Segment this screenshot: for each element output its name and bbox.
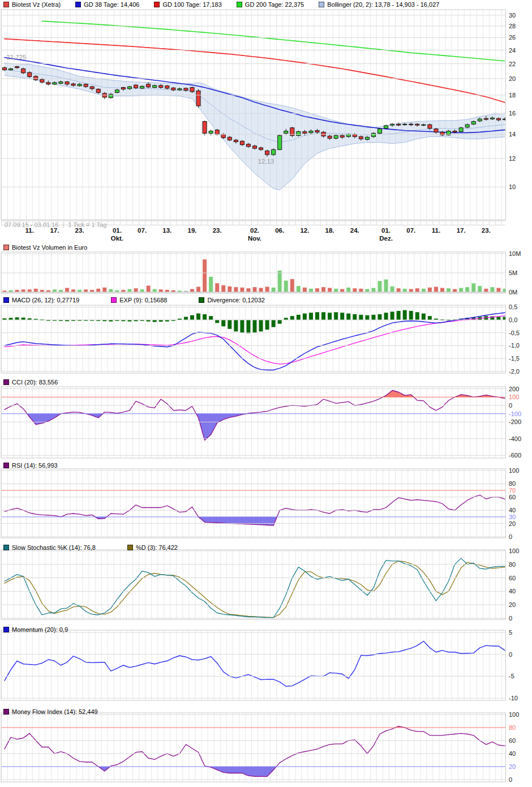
legend-swatch-icon: [3, 297, 9, 303]
y-tick-macd: -1,0: [509, 342, 520, 349]
y-tick-rsi: 0: [509, 533, 512, 540]
legend-label: %D (3): 76,422: [136, 544, 178, 551]
y-tick-price: 22: [509, 61, 516, 67]
legend-item-stoch-0: Slow Stochastic %K (14): 76,8: [3, 544, 96, 551]
x-tick-label: 18.: [325, 227, 334, 234]
y-tick-macd: -2,0: [509, 368, 520, 375]
y-tick-stoch: 20: [509, 601, 516, 608]
legend-swatch-icon: [237, 2, 242, 7]
y-tick-cci: 100: [509, 394, 519, 400]
x-axis-info: 07.09.15 - 03.01.16|1 Tick = 1 Tag: [5, 221, 106, 228]
legend-item-macd-0: MACD (26, 12): 0,27719: [3, 297, 79, 303]
legend-item-mfi-0: Money Flow Index (14): 52,449: [3, 708, 98, 715]
y-tick-cci: -600: [509, 452, 521, 459]
y-tick-macd: 0,5: [509, 303, 517, 310]
divider: |: [62, 221, 64, 228]
y-tick-macd: -0,5: [509, 330, 520, 336]
legend-label: EXP (9): 0,15688: [119, 297, 167, 303]
legend-momentum: Momentum (20): 0,9: [3, 626, 83, 634]
legend-item-cci-0: CCI (20): 83,556: [3, 379, 58, 386]
legend-label: Divergence: 0,12032: [207, 297, 265, 303]
y-tick-momentum: -10: [509, 695, 518, 702]
x-tick-label: 01.: [113, 227, 122, 234]
y-tick-cci: 0: [509, 402, 512, 409]
legend-swatch-icon: [319, 2, 324, 7]
y-tick-cci: -200: [509, 418, 521, 425]
y-tick-mfi: 60: [509, 737, 516, 744]
y-tick-macd: -1,5: [509, 355, 520, 362]
legend-label: Slow Stochastic %K (14): 76,8: [12, 544, 96, 551]
legend-swatch-icon: [127, 545, 133, 550]
y-tick-rsi: 60: [509, 494, 516, 501]
legend-swatch-icon: [3, 245, 9, 250]
legend-item-price-4: Bollinger (20, 2): 13,78 - 14,903 - 16,0…: [319, 1, 439, 8]
date-range-label: 07.09.15 - 03.01.16: [5, 221, 58, 228]
chart-application: 302826242220181614121021,72512,1310M5M0M…: [0, 0, 532, 787]
y-tick-price: 24: [509, 47, 516, 54]
legend-cci: CCI (20): 83,556: [3, 378, 72, 386]
legend-label: Biotest Vz Volumen in Euro: [12, 244, 87, 251]
y-tick-mfi: 80: [509, 724, 516, 731]
x-tick-label: 24.: [350, 227, 359, 234]
x-tick-label: 07.: [406, 227, 415, 234]
legend-rsi: RSI (14): 56,993: [3, 461, 72, 469]
y-tick-rsi: 40: [509, 507, 516, 514]
y-tick-volume: 5M: [509, 270, 517, 276]
legend-swatch-icon: [111, 297, 117, 303]
legend-swatch-icon: [3, 709, 9, 715]
legend-label: MACD (26, 12): 0,27719: [12, 297, 79, 303]
y-tick-volume: 10M: [509, 250, 521, 257]
y-tick-rsi: 30: [509, 514, 516, 520]
y-tick-macd: 0,0: [509, 316, 517, 323]
tick-resolution-label: 1 Tick = 1 Tag: [68, 221, 106, 228]
legend-label: CCI (20): 83,556: [12, 379, 58, 386]
y-tick-mfi: 100: [509, 711, 519, 718]
y-tick-price: 14: [509, 131, 516, 138]
x-tick-label: 13.: [162, 227, 171, 234]
legend-stochastic: Slow Stochastic %K (14): 76,8%D (3): 76,…: [3, 544, 209, 551]
y-tick-mfi: 40: [509, 750, 516, 757]
x-tick-label: 19.: [188, 227, 197, 234]
legend-label: Money Flow Index (14): 52,449: [12, 708, 98, 715]
legend-label: Bollinger (20, 2): 13,78 - 14,903 - 16,0…: [327, 1, 439, 8]
y-tick-price: 10: [509, 183, 516, 190]
x-tick-label: 23.: [213, 227, 222, 234]
legend-swatch-icon: [199, 297, 204, 303]
legend-swatch-icon: [154, 2, 160, 7]
legend-label: GD 38 Tage: 14,406: [84, 1, 139, 8]
y-tick-momentum: -5: [509, 673, 514, 679]
legend-macd: MACD (26, 12): 0,27719EXP (9): 0,15688Di…: [3, 296, 297, 304]
y-tick-cci: -100: [509, 410, 521, 417]
legend-volume: Biotest Vz Volumen in Euro: [3, 243, 102, 251]
y-tick-momentum: 5: [509, 629, 512, 636]
legend-item-price-3: GD 200 Tage: 22,375: [237, 1, 304, 8]
x-month-label: Okt.: [111, 235, 123, 242]
legend-label: GD 100 Tage: 17,183: [162, 1, 221, 8]
y-tick-stoch: 80: [509, 561, 516, 568]
legend-label: GD 200 Tage: 22,375: [245, 1, 304, 8]
legend-item-stoch-1: %D (3): 76,422: [127, 544, 178, 551]
y-tick-stoch: 60: [509, 575, 516, 581]
y-tick-price: 26: [509, 34, 516, 41]
legend-item-rsi-0: RSI (14): 56,993: [3, 462, 58, 469]
y-tick-rsi: 80: [509, 480, 516, 487]
y-tick-momentum: 0: [509, 651, 512, 658]
legend-money-flow-index: Money Flow Index (14): 52,449: [3, 708, 113, 716]
legend-swatch-icon: [3, 463, 9, 468]
y-tick-mfi: 0: [509, 776, 512, 783]
x-tick-label: 02.: [250, 227, 259, 234]
legend-label: Momentum (20): 0,9: [12, 626, 68, 633]
legend-item-price-0: Biotest Vz (Xetra): [3, 1, 61, 8]
x-tick-label: 11.: [432, 227, 440, 234]
x-tick-label: 07.: [138, 227, 147, 234]
y-tick-stoch: 0: [509, 615, 512, 622]
legend-swatch-icon: [75, 2, 81, 7]
x-tick-label: 23.: [482, 227, 491, 234]
legend-label: RSI (14): 56,993: [12, 462, 58, 469]
x-month-label: Dez.: [379, 235, 393, 242]
x-tick-label: 01.: [381, 227, 391, 234]
legend-swatch-icon: [3, 379, 9, 385]
y-tick-cci: -400: [509, 435, 521, 442]
chart-canvas[interactable]: 302826242220181614121021,72512,1310M5M0M…: [0, 0, 532, 787]
price-annotation: 21,725: [6, 54, 26, 61]
